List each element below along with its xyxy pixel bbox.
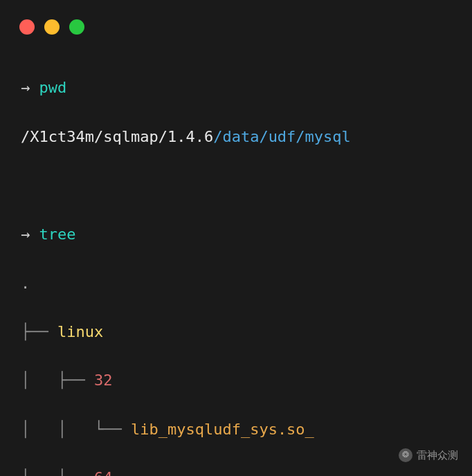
tree-row: ├── linux (21, 320, 451, 344)
prompt-arrow: → (21, 79, 30, 96)
wechat-icon: ❂ (399, 448, 412, 462)
arch-32: 32 (94, 372, 113, 389)
prompt-arrow: → (21, 226, 30, 243)
tree-row: │ └── 64 (21, 466, 451, 476)
command-tree: tree (39, 226, 76, 243)
minimize-icon[interactable] (44, 19, 60, 35)
watermark: ❂ 雷神众测 (399, 447, 458, 464)
prompt-line-1: → pwd (21, 75, 451, 100)
terminal-output: → pwd /X1ct34m/sqlmap/1.4.6/data/udf/mys… (0, 35, 472, 476)
file-so: lib_mysqludf_sys.so_ (131, 421, 314, 438)
maximize-icon[interactable] (69, 19, 84, 35)
path-base: /X1ct34m/sqlmap/1.4.6 (21, 128, 213, 145)
tree-row: │ │ └── lib_mysqludf_sys.so_ (21, 417, 451, 441)
tree-root: . (21, 271, 451, 295)
close-icon[interactable] (19, 19, 35, 35)
command-pwd: pwd (39, 79, 67, 96)
dir-linux: linux (57, 323, 103, 340)
path-tail: /data/udf/mysql (213, 128, 351, 145)
pwd-output: /X1ct34m/sqlmap/1.4.6/data/udf/mysql (21, 125, 451, 149)
arch-64: 64 (94, 469, 113, 476)
window-titlebar (0, 0, 472, 35)
tree-row: │ ├── 32 (21, 368, 451, 392)
watermark-text: 雷神众测 (417, 447, 458, 464)
prompt-line-2: → tree (21, 222, 451, 246)
